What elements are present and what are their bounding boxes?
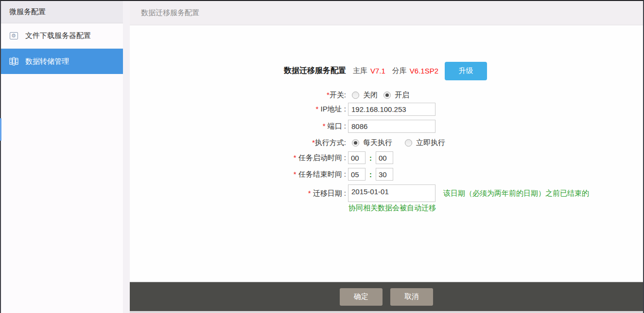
- sidebar-title: 微服务配置: [9, 7, 46, 17]
- switch-row: *开关: 关闭 开启: [130, 90, 643, 100]
- app-window: 微服务配置 ⚙ 文件下载服务器配置: [0, 0, 644, 313]
- migrate-date-input[interactable]: [348, 184, 435, 202]
- start-hour-input[interactable]: [348, 151, 366, 164]
- sidebar-header: 微服务配置: [1, 1, 123, 23]
- migrate-date-hint-row: 协同相关数据会被自动迁移: [130, 203, 643, 213]
- sidebar: 微服务配置 ⚙ 文件下载服务器配置: [1, 1, 123, 313]
- start-time-label: 任务启动时间 :: [296, 153, 346, 162]
- main-area: 数据迁移服务配置 数据迁移服务配置 主库 V7.1 分库 V6.1SP2 升级 …: [130, 1, 643, 313]
- shard-db-version: V6.1SP2: [410, 67, 438, 75]
- server-stack-icon: [9, 57, 18, 66]
- port-input[interactable]: [348, 120, 435, 133]
- start-time-row: * 任务启动时间 : :: [130, 151, 643, 164]
- sidebar-separator: [123, 1, 130, 313]
- switch-on-radio[interactable]: 开启: [383, 91, 409, 100]
- time-separator: :: [369, 170, 372, 179]
- content-panel: 数据迁移服务配置 主库 V7.1 分库 V6.1SP2 升级 *开关: 关闭: [130, 25, 643, 282]
- end-time-label: 任务结束时间 :: [296, 170, 346, 178]
- start-minute-input[interactable]: [376, 151, 393, 164]
- sidebar-item-data-dump-management[interactable]: 数据转储管理: [1, 49, 123, 74]
- end-hour-input[interactable]: [348, 168, 366, 181]
- master-db-version: V7.1: [370, 67, 385, 75]
- switch-off-radio[interactable]: 关闭: [352, 91, 378, 100]
- migrate-date-label: 迁移日期 :: [311, 189, 346, 197]
- master-db-label: 主库: [353, 66, 367, 75]
- footer-action-bar: 确定 取消: [130, 282, 643, 311]
- ip-input[interactable]: [348, 103, 435, 116]
- page-header: 数据迁移服务配置: [130, 1, 643, 25]
- cancel-button[interactable]: 取消: [390, 288, 433, 306]
- migrate-date-hint-right: 该日期（必须为两年前的日期）之前已结束的: [443, 189, 589, 198]
- exec-daily-radio[interactable]: 每天执行: [352, 138, 392, 147]
- sidebar-item-label: 数据转储管理: [25, 57, 69, 66]
- time-separator: :: [369, 154, 372, 162]
- left-edge-scroll-accent: [0, 118, 1, 141]
- upgrade-button[interactable]: 升级: [445, 62, 487, 80]
- migrate-date-hint-below: 协同相关数据会被自动迁移: [348, 203, 436, 213]
- data-migration-form: 数据迁移服务配置 主库 V7.1 分库 V6.1SP2 升级 *开关: 关闭: [130, 57, 643, 213]
- radio-circle-icon: [352, 139, 359, 147]
- form-title: 数据迁移服务配置: [284, 66, 346, 74]
- page-title: 数据迁移服务配置: [141, 8, 199, 18]
- ip-row: * IP地址 :: [130, 103, 643, 116]
- end-minute-input[interactable]: [376, 168, 393, 181]
- ip-label: IP地址 :: [318, 105, 346, 113]
- switch-label: 开关:: [330, 91, 346, 99]
- bottom-edge: [130, 311, 643, 313]
- migrate-date-row: * 迁移日期 : 该日期（必须为两年前的日期）之前已结束的: [130, 184, 643, 202]
- end-time-row: * 任务结束时间 : :: [130, 168, 643, 181]
- port-label: 端口 :: [325, 122, 346, 130]
- form-title-row: 数据迁移服务配置 主库 V7.1 分库 V6.1SP2 升级: [130, 57, 643, 84]
- radio-circle-icon: [383, 92, 391, 99]
- sidebar-item-file-download-server-config[interactable]: ⚙ 文件下载服务器配置: [1, 23, 123, 49]
- radio-circle-icon: [405, 139, 412, 147]
- radio-circle-icon: [352, 92, 359, 99]
- exec-mode-label: 执行方式:: [315, 138, 346, 147]
- ok-button[interactable]: 确定: [340, 288, 383, 306]
- sidebar-item-label: 文件下载服务器配置: [25, 31, 91, 40]
- exec-immediate-radio[interactable]: 立即执行: [405, 138, 445, 147]
- folder-gear-icon: ⚙: [9, 32, 18, 40]
- exec-mode-row: *执行方式: 每天执行 立即执行: [130, 138, 643, 147]
- port-row: * 端口 :: [130, 120, 643, 133]
- shard-db-label: 分库: [392, 66, 407, 75]
